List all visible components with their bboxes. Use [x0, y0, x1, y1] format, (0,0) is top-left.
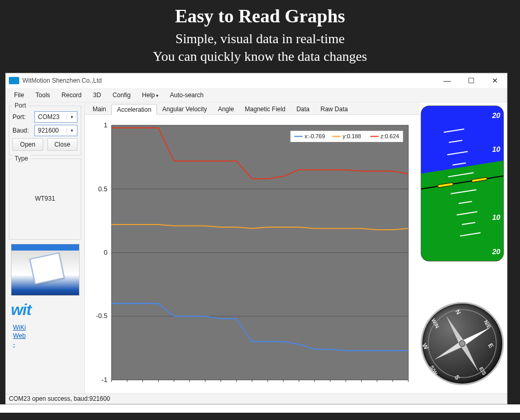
svg-text:x:-0.769: x:-0.769	[305, 133, 325, 139]
svg-text:1: 1	[103, 121, 107, 129]
tab-data[interactable]: Data	[291, 103, 315, 114]
menu-file[interactable]: File	[10, 90, 28, 100]
svg-point-42	[459, 340, 465, 346]
menu-3d[interactable]: 3D	[89, 90, 105, 100]
window-controls: — ☐ ✕	[435, 73, 507, 88]
product-image	[11, 244, 80, 296]
port-select[interactable]: COM23 ▾	[34, 111, 77, 123]
menu-tools[interactable]: Tools	[31, 90, 54, 100]
menu-record[interactable]: Record	[57, 90, 86, 100]
menu-help[interactable]: Help▾	[138, 90, 163, 100]
app-window: WitMotion Shenzhen Co.,Ltd — ☐ ✕ File To…	[5, 73, 508, 404]
port-group: Port Port: COM23 ▾ Baud: 921600 ▾	[9, 106, 81, 155]
chart-pane: Main Acceleration Angular Velocity Angle…	[85, 102, 420, 393]
minimize-button[interactable]: —	[435, 73, 459, 88]
promo-banner: Easy to Read Graphs Simple, visual data …	[0, 0, 520, 73]
titlebar: WitMotion Shenzhen Co.,Ltd — ☐ ✕	[6, 73, 507, 89]
svg-text:-0.5: -0.5	[96, 312, 107, 320]
tab-angle[interactable]: Angle	[212, 103, 240, 114]
menu-config[interactable]: Config	[108, 90, 135, 100]
link-web[interactable]: Web	[13, 332, 77, 339]
baud-select[interactable]: 921600 ▾	[34, 125, 77, 136]
tab-strip: Main Acceleration Angular Velocity Angle…	[85, 102, 420, 115]
type-group-title: Type	[12, 155, 30, 162]
sidebar: Port Port: COM23 ▾ Baud: 921600 ▾	[6, 102, 85, 393]
wit-logo: wit	[9, 301, 81, 319]
link-dash[interactable]: -	[13, 340, 77, 348]
tab-main[interactable]: Main	[87, 103, 112, 114]
promo-heading: Easy to Read Graphs	[0, 5, 520, 27]
menu-autosearch[interactable]: Auto-search	[166, 90, 208, 100]
statusbar: COM23 open success, baud:921600	[6, 393, 507, 404]
app-logo-icon	[9, 77, 19, 84]
status-text: COM23 open success, baud:921600	[9, 395, 110, 402]
chevron-down-icon: ▾	[67, 128, 75, 133]
svg-text:z:0.624: z:0.624	[381, 133, 399, 139]
compass: N N/E E E/S S S/W W W/N	[421, 302, 504, 385]
type-group: Type WT931	[9, 159, 81, 240]
svg-text:0.5: 0.5	[98, 185, 108, 192]
side-links: WiKi Web -	[9, 322, 81, 348]
chevron-down-icon: ▾	[156, 93, 159, 98]
tab-acceleration[interactable]: Acceleration	[111, 104, 157, 115]
tab-angular-velocity[interactable]: Angular Velocity	[157, 103, 213, 114]
close-button[interactable]: Close	[47, 138, 78, 151]
attitude-indicator: 20 10 0 10 20	[421, 106, 504, 261]
svg-text:0: 0	[103, 248, 107, 256]
close-window-button[interactable]: ✕	[483, 73, 507, 88]
tab-raw-data[interactable]: Raw Data	[315, 103, 354, 114]
svg-text:y:0.188: y:0.188	[343, 133, 361, 139]
port-group-title: Port	[12, 102, 28, 109]
promo-subtext: Simple, visual data in real-time You can…	[0, 30, 520, 65]
port-label: Port:	[12, 113, 32, 121]
acceleration-chart: -1-0.500.51x:-0.769y:0.188z:0.624	[88, 118, 417, 391]
svg-text:-1: -1	[101, 375, 107, 383]
instruments-panel: 20 10 0 10 20	[420, 102, 507, 393]
chevron-down-icon: ▾	[67, 114, 75, 120]
link-wiki[interactable]: WiKi	[13, 324, 77, 331]
open-button[interactable]: Open	[12, 138, 43, 151]
window-title: WitMotion Shenzhen Co.,Ltd	[22, 77, 435, 84]
baud-label: Baud:	[12, 127, 32, 134]
tab-magnetic-field[interactable]: Magnetic Field	[239, 103, 291, 114]
maximize-button[interactable]: ☐	[459, 73, 483, 88]
menubar: File Tools Record 3D Config Help▾ Auto-s…	[6, 89, 507, 102]
type-value: WT931	[12, 162, 77, 235]
